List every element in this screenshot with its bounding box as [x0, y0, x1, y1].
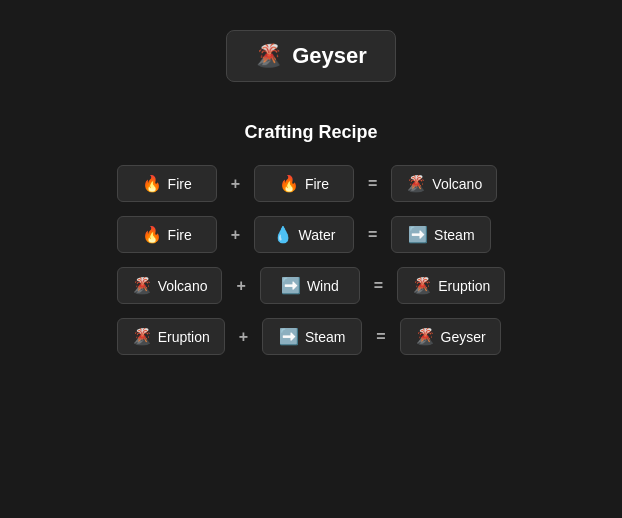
steam-icon: ➡️	[408, 225, 428, 244]
output-label: Eruption	[438, 278, 490, 294]
crafting-title: Crafting Recipe	[244, 122, 377, 143]
output-label: Geyser	[441, 329, 486, 345]
equals-operator: =	[364, 226, 381, 244]
eruption-icon: 🌋	[412, 276, 432, 295]
eruption-icon-2: 🌋	[132, 327, 152, 346]
recipe-input2: ➡️ Steam	[262, 318, 362, 355]
page-title: Geyser	[292, 43, 367, 69]
output-label: Volcano	[432, 176, 482, 192]
recipe-input1: 🌋 Volcano	[117, 267, 223, 304]
recipe-input2: ➡️ Wind	[260, 267, 360, 304]
equals-operator: =	[364, 175, 381, 193]
recipe-input2: 💧 Water	[254, 216, 354, 253]
crafting-section: Crafting Recipe 🔥 Fire + 🔥 Fire = 🌋 Volc…	[117, 122, 506, 355]
recipe-input2: 🔥 Fire	[254, 165, 354, 202]
input2-label: Steam	[305, 329, 345, 345]
recipe-row: 🔥 Fire + 💧 Water = ➡️ Steam	[117, 216, 506, 253]
steam-icon-2: ➡️	[279, 327, 299, 346]
recipe-input1: 🔥 Fire	[117, 165, 217, 202]
plus-operator: +	[227, 175, 244, 193]
wind-icon: ➡️	[281, 276, 301, 295]
input2-label: Water	[299, 227, 336, 243]
input1-label: Fire	[168, 176, 192, 192]
recipe-output: ➡️ Steam	[391, 216, 491, 253]
title-card: 🌋 Geyser	[226, 30, 396, 82]
geyser-header-icon: 🌋	[255, 43, 282, 69]
plus-operator: +	[232, 277, 249, 295]
input1-label: Fire	[168, 227, 192, 243]
fire-icon: 🔥	[142, 174, 162, 193]
plus-operator: +	[235, 328, 252, 346]
volcano-icon-2: 🌋	[132, 276, 152, 295]
fire-icon-3: 🔥	[142, 225, 162, 244]
input2-label: Wind	[307, 278, 339, 294]
input2-label: Fire	[305, 176, 329, 192]
fire-icon-2: 🔥	[279, 174, 299, 193]
recipe-row: 🌋 Eruption + ➡️ Steam = 🌋 Geyser	[117, 318, 506, 355]
recipe-row: 🌋 Volcano + ➡️ Wind = 🌋 Eruption	[117, 267, 506, 304]
recipe-output: 🌋 Geyser	[400, 318, 501, 355]
output-label: Steam	[434, 227, 474, 243]
recipe-output: 🌋 Eruption	[397, 267, 505, 304]
equals-operator: =	[370, 277, 387, 295]
recipe-input1: 🔥 Fire	[117, 216, 217, 253]
recipe-row: 🔥 Fire + 🔥 Fire = 🌋 Volcano	[117, 165, 506, 202]
equals-operator: =	[372, 328, 389, 346]
input1-label: Eruption	[158, 329, 210, 345]
recipes-list: 🔥 Fire + 🔥 Fire = 🌋 Volcano 🔥 Fire + 💧	[117, 165, 506, 355]
plus-operator: +	[227, 226, 244, 244]
input1-label: Volcano	[158, 278, 208, 294]
geyser-icon: 🌋	[415, 327, 435, 346]
recipe-output: 🌋 Volcano	[391, 165, 497, 202]
volcano-icon: 🌋	[406, 174, 426, 193]
recipe-input1: 🌋 Eruption	[117, 318, 225, 355]
water-icon: 💧	[273, 225, 293, 244]
